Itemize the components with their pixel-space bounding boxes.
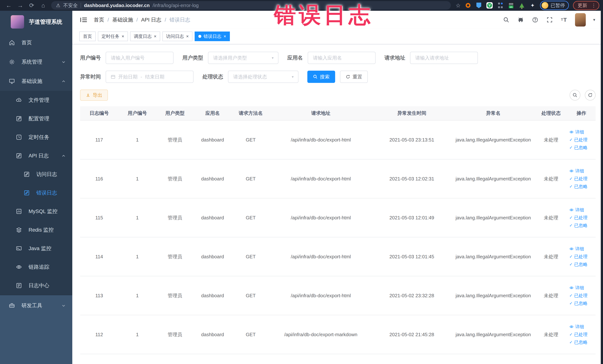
- address-bar[interactable]: ⚠ 不安全 dashboard.yudao.iocoder.cn/infra/l…: [51, 1, 451, 10]
- browser-home-icon[interactable]: ⌂: [38, 1, 48, 10]
- chevron-down-icon: [61, 59, 66, 64]
- page-scrollbar[interactable]: [601, 11, 603, 364]
- sidebar-item-home[interactable]: 首页: [0, 33, 72, 52]
- status-badge: 未处理: [535, 159, 567, 198]
- mark-processed-link[interactable]: ✓已处理: [569, 176, 587, 182]
- extension-tree-icon[interactable]: [519, 2, 525, 9]
- tab-close-icon[interactable]: ×: [186, 34, 189, 39]
- browser-forward-icon[interactable]: →: [15, 1, 25, 10]
- sidebar-item-redis-monitor[interactable]: Redis 监控: [0, 221, 72, 239]
- sidebar-item-access-log[interactable]: 访问日志: [0, 165, 72, 184]
- process-status-select[interactable]: ▾: [228, 71, 299, 83]
- sidebar-item-file-manage[interactable]: 文件管理: [0, 91, 72, 109]
- sidebar: 芋道管理系统 首页 系统管理 基础设施: [0, 11, 72, 364]
- mark-processed-link[interactable]: ✓已处理: [569, 293, 587, 299]
- sidebar-item-java-monitor[interactable]: Java 监控: [0, 239, 72, 258]
- breadcrumb-home[interactable]: 首页: [94, 16, 104, 23]
- sidebar-item-api-log[interactable]: API 日志: [0, 146, 72, 165]
- tab-close-icon[interactable]: ×: [122, 34, 124, 39]
- extensions-puzzle-icon[interactable]: ✦: [529, 2, 536, 9]
- detail-link[interactable]: 详细: [569, 207, 584, 213]
- table-row: 115 1 管理员 dashboard GET /api/infra/db-do…: [80, 198, 596, 237]
- reset-button[interactable]: 重置: [340, 71, 368, 83]
- font-size-icon[interactable]: TT: [561, 16, 568, 23]
- browser-back-icon[interactable]: ←: [4, 1, 14, 10]
- process-status-select-input[interactable]: [233, 74, 290, 80]
- mark-processed-link[interactable]: ✓已处理: [569, 331, 587, 338]
- extension-orange-icon[interactable]: [465, 2, 471, 9]
- detail-link[interactable]: 详细: [569, 168, 584, 174]
- refresh-table-button[interactable]: [585, 90, 596, 101]
- sidebar-item-scheduled-job[interactable]: 定时任务: [0, 128, 72, 146]
- user-type-select-input[interactable]: [213, 55, 269, 61]
- github-icon[interactable]: [517, 16, 524, 23]
- detail-link[interactable]: 详细: [569, 129, 584, 135]
- fullscreen-icon[interactable]: [546, 16, 553, 23]
- tab-home[interactable]: 首页: [79, 32, 96, 41]
- mark-ignored-link[interactable]: ✓已忽略: [569, 261, 587, 267]
- check-icon: ✓: [569, 223, 573, 228]
- chart-icon: [16, 208, 22, 215]
- app-logo-row[interactable]: 芋道管理系统: [0, 11, 72, 33]
- sidebar-toggle-icon[interactable]: [80, 17, 88, 23]
- user-menu-caret-icon[interactable]: ▾: [593, 17, 595, 22]
- help-icon[interactable]: [532, 16, 539, 23]
- request-url-input[interactable]: [415, 55, 473, 61]
- browser-reload-icon[interactable]: ⟳: [27, 1, 37, 10]
- table-toolbar: 导出: [80, 90, 596, 101]
- filter-user-type: 用户类型 ▾: [182, 52, 278, 64]
- sidebar-item-dev-tools[interactable]: 研发工具: [0, 295, 72, 316]
- mark-ignored-link[interactable]: ✓已忽略: [569, 145, 587, 151]
- mark-processed-link[interactable]: ✓已处理: [569, 254, 587, 260]
- extension-grid-icon[interactable]: [497, 2, 504, 9]
- export-button[interactable]: 导出: [80, 90, 108, 101]
- user-type-select[interactable]: ▾: [208, 52, 278, 64]
- extension-on-switch-icon[interactable]: on: [508, 2, 514, 9]
- sidebar-item-infra[interactable]: 基础设施: [0, 71, 72, 91]
- mark-processed-link[interactable]: ✓已处理: [569, 137, 587, 143]
- sidebar-item-config-manage[interactable]: 配置管理: [0, 109, 72, 128]
- user-id-input[interactable]: [110, 55, 169, 61]
- table-row: 114 1 管理员 dashboard GET /api/infra/db-do…: [80, 237, 596, 276]
- sidebar-item-log-center[interactable]: 日志中心: [0, 276, 72, 295]
- bookmark-star-icon[interactable]: ☆: [456, 2, 461, 9]
- sidebar-item-error-log[interactable]: 错误日志: [0, 184, 72, 202]
- tab-access-log[interactable]: 访问日志×: [162, 32, 192, 41]
- mark-ignored-link[interactable]: ✓已忽略: [569, 339, 587, 345]
- filter-user-id: 用户编号: [80, 52, 174, 64]
- tab-error-log[interactable]: 错误日志×: [195, 32, 230, 41]
- mark-ignored-link[interactable]: ✓已忽略: [569, 300, 587, 306]
- sidebar-item-trace[interactable]: 链路追踪: [0, 258, 72, 276]
- col-exception-time: 异常发生时间: [372, 106, 452, 120]
- search-button[interactable]: 搜索: [307, 71, 335, 83]
- detail-link[interactable]: 详细: [569, 246, 584, 252]
- browser-menu-kebab-icon[interactable]: ⋮: [590, 3, 597, 8]
- mark-processed-link[interactable]: ✓已处理: [569, 215, 587, 221]
- breadcrumb-api-log[interactable]: API 日志: [141, 16, 162, 23]
- gear-icon: [9, 59, 15, 65]
- extension-shield-icon[interactable]: [475, 2, 482, 9]
- mark-ignored-link[interactable]: ✓已忽略: [569, 223, 587, 228]
- eye-icon: [569, 325, 574, 329]
- date-range-picker[interactable]: 开始日期 - 结束日期: [106, 71, 194, 83]
- toggle-search-button[interactable]: [570, 90, 580, 101]
- breadcrumb-infra[interactable]: 基础设施: [112, 16, 133, 23]
- search-icon[interactable]: [503, 16, 510, 23]
- user-avatar[interactable]: [575, 13, 586, 26]
- tab-close-icon[interactable]: ×: [223, 34, 226, 39]
- tab-job[interactable]: 定时任务×: [98, 32, 128, 41]
- profile-paused-badge[interactable]: 已暂停: [540, 1, 569, 10]
- browser-update-button[interactable]: 更新 ⋮: [573, 1, 599, 10]
- tab-job-log[interactable]: 调度日志×: [130, 32, 160, 41]
- tab-close-icon[interactable]: ×: [154, 34, 156, 39]
- sidebar-item-mysql-monitor[interactable]: MySQL 监控: [0, 202, 72, 221]
- mark-ignored-link[interactable]: ✓已忽略: [569, 184, 587, 189]
- app-name-input[interactable]: [313, 55, 371, 61]
- extension-vue-icon[interactable]: V: [486, 2, 493, 9]
- detail-link[interactable]: 详细: [569, 285, 584, 291]
- status-badge: 未处理: [535, 198, 567, 237]
- col-status: 处理状态: [535, 106, 567, 120]
- sidebar-item-system[interactable]: 系统管理: [0, 52, 72, 71]
- detail-link[interactable]: 详细: [569, 324, 584, 330]
- terminal-icon: [16, 245, 22, 252]
